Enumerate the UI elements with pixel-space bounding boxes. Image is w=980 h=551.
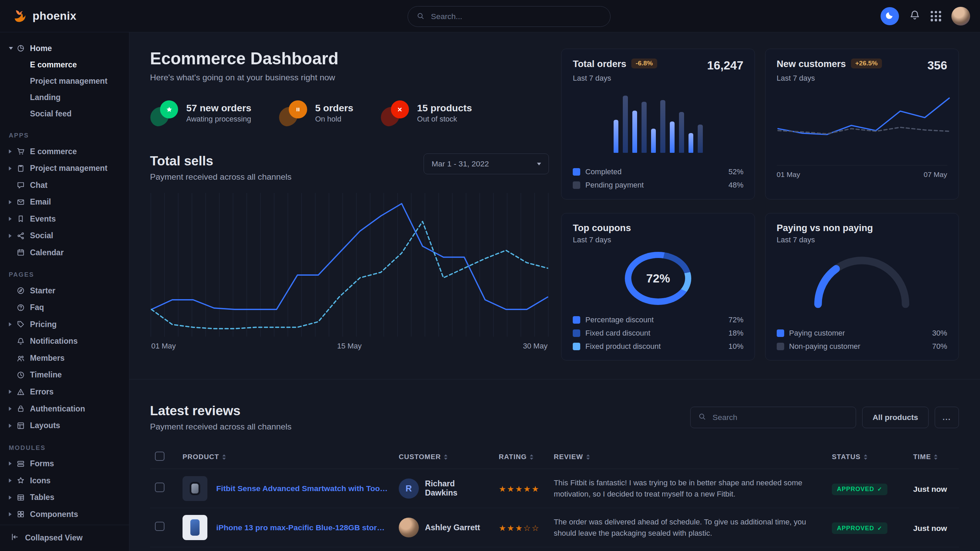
check-icon: ✓ xyxy=(878,486,883,492)
sidebar-item-faq[interactable]: Faq xyxy=(9,299,124,316)
collapsed-view-toggle[interactable]: Collapsed View xyxy=(0,525,129,551)
legend-item: Percentage discount72% xyxy=(573,316,743,324)
notifications-button[interactable] xyxy=(909,9,921,23)
chevron-right-icon xyxy=(9,322,11,326)
sidebar-item-social-feed[interactable]: Social feed xyxy=(9,105,124,122)
sidebar-item-starter[interactable]: Starter xyxy=(9,282,124,299)
sidebar-item-project-management[interactable]: Project management xyxy=(9,160,124,177)
more-options-button[interactable]: ... xyxy=(935,407,959,428)
sidebar-item-components[interactable]: Components xyxy=(9,506,124,523)
sidebar-item-landing[interactable]: Landing xyxy=(9,89,124,105)
sidebar-section-pages: PAGES xyxy=(9,271,124,278)
sidebar-item-social[interactable]: Social xyxy=(9,227,124,245)
all-products-button[interactable]: All products xyxy=(862,407,929,428)
collapse-label: Collapsed View xyxy=(25,533,83,543)
sidebar-item-pricing[interactable]: Pricing xyxy=(9,316,124,333)
share-icon xyxy=(16,232,30,240)
row-checkbox[interactable] xyxy=(155,522,164,531)
product-link[interactable]: iPhone 13 pro max-Pacific Blue-128GB sto… xyxy=(216,523,389,532)
envelope-icon xyxy=(16,198,30,206)
paying-legend: Paying customer30%Non-paying customer70% xyxy=(777,324,947,351)
sidebar-item-calendar[interactable]: Calendar xyxy=(9,245,124,261)
top-coupons-card: Top coupons Last 7 days 72% Percentage d… xyxy=(561,213,755,360)
page-subtitle: Here's what's going on at your business … xyxy=(150,73,549,83)
sidebar-item-chat[interactable]: Chat xyxy=(9,177,124,194)
x-axis-label: 01 May xyxy=(777,170,800,179)
page-title: Ecommerce Dashboard xyxy=(150,49,549,68)
latest-reviews-section: Latest reviews Payment received across a… xyxy=(150,380,959,551)
warning-icon xyxy=(16,387,30,397)
bar xyxy=(641,102,647,153)
chevron-right-icon xyxy=(9,512,11,516)
sidebar-item-e-commerce[interactable]: E commerce xyxy=(9,143,124,160)
bar xyxy=(623,95,628,152)
review-time: Just now xyxy=(913,484,947,494)
row-checkbox[interactable] xyxy=(155,483,164,492)
trend-badge: -6.8% xyxy=(631,59,657,68)
column-header-review[interactable]: REVIEW xyxy=(549,445,827,469)
card-period: Last 7 days xyxy=(777,235,947,245)
card-title: Total orders xyxy=(573,59,626,70)
stat-out-of-stock: 15 productsOut of stock xyxy=(381,100,472,126)
reviews-search[interactable] xyxy=(690,407,856,428)
sidebar-item-e-commerce[interactable]: E commerce xyxy=(9,57,124,73)
sidebar-item-authentication[interactable]: Authentication xyxy=(9,400,124,417)
sidebar-section-apps: APPS xyxy=(9,132,124,139)
product-link[interactable]: Fitbit Sense Advanced Smartwatch with To… xyxy=(216,484,389,493)
global-search[interactable] xyxy=(407,6,611,27)
new-customers-line-chart xyxy=(777,89,947,162)
tag-icon xyxy=(16,320,30,329)
sidebar-item-email[interactable]: Email xyxy=(9,194,124,211)
theme-toggle-button[interactable] xyxy=(881,7,899,25)
column-header-product[interactable]: PRODUCT xyxy=(177,445,394,469)
review-text: This Fitbit is fantastic! I was trying t… xyxy=(554,477,822,500)
sidebar-item-notifications[interactable]: Notifications xyxy=(9,333,124,350)
sidebar-item-members[interactable]: Members xyxy=(9,350,124,367)
reviews-search-input[interactable] xyxy=(711,412,848,423)
column-header-status[interactable]: STATUS xyxy=(827,445,908,469)
compass-icon xyxy=(16,286,30,295)
sidebar-item-project-management[interactable]: Project management xyxy=(9,73,124,89)
sidebar-item-icons[interactable]: Icons xyxy=(9,472,124,489)
column-header-rating[interactable]: RATING xyxy=(494,445,549,469)
column-header-customer[interactable]: CUSTOMER xyxy=(394,445,494,469)
customer-avatar xyxy=(399,518,419,538)
sort-icon xyxy=(444,454,447,460)
reviews-table: PRODUCTCUSTOMERRATINGREVIEWSTATUSTIME Fi… xyxy=(150,445,959,551)
trend-badge: +26.5% xyxy=(851,59,882,68)
total-sells-title: Total sells xyxy=(150,154,292,168)
order-stats: 57 new ordersAwating processing 5 orders… xyxy=(150,100,549,126)
chevron-right-icon xyxy=(9,424,11,428)
customer-name: Richard Dawkins xyxy=(425,479,488,497)
stat-on-hold: 5 ordersOn hold xyxy=(279,100,353,126)
chevron-right-icon xyxy=(9,149,11,154)
card-value: 16,247 xyxy=(707,59,744,72)
chevron-right-icon xyxy=(9,234,11,238)
sidebar-item-timeline[interactable]: Timeline xyxy=(9,367,124,384)
date-range-select[interactable]: Mar 1 - 31, 2022 xyxy=(423,154,549,174)
column-header-time[interactable]: TIME xyxy=(908,445,959,469)
review-row: Fitbit Sense Advanced Smartwatch with To… xyxy=(150,469,959,508)
select-all-checkbox[interactable] xyxy=(155,452,164,461)
legend-item: Fixed product discount10% xyxy=(573,342,743,351)
sidebar-item-tables[interactable]: Tables xyxy=(9,489,124,506)
sidebar-item-forms[interactable]: Forms xyxy=(9,456,124,472)
card-value: 356 xyxy=(927,59,947,72)
summary-cards: Total orders -6.8% 16,247 Last 7 days Co… xyxy=(561,49,959,360)
x-axis-label: 07 May xyxy=(923,170,947,179)
top-navbar: phoenix xyxy=(0,0,980,32)
sidebar-item-events[interactable]: Events xyxy=(9,210,124,227)
sidebar-item-errors[interactable]: Errors xyxy=(9,384,124,400)
chevron-down-icon xyxy=(537,163,541,165)
global-search-input[interactable] xyxy=(430,11,602,22)
apps-grid-button[interactable] xyxy=(931,11,941,21)
brand[interactable]: phoenix xyxy=(0,7,76,25)
user-avatar[interactable] xyxy=(951,7,970,25)
pause-icon xyxy=(289,100,307,118)
sidebar-item-home[interactable]: Home xyxy=(9,40,124,57)
sort-icon xyxy=(530,454,533,460)
sort-icon xyxy=(222,454,226,460)
form-icon xyxy=(16,459,30,468)
sidebar-item-layouts[interactable]: Layouts xyxy=(9,417,124,434)
chevron-right-icon xyxy=(9,167,11,170)
